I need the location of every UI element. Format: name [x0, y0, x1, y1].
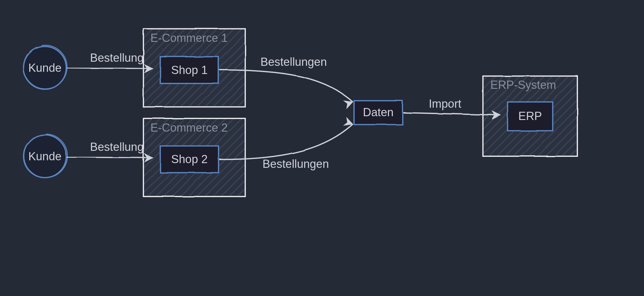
edge-bestellung-1-label: Bestellung: [90, 51, 144, 64]
edge-kunde2-shop2: [67, 154, 153, 162]
diagram-canvas: Kunde Kunde E-Commerce 1 Shop 1 E-Commer…: [0, 0, 644, 296]
edge-bestellungen-1-label: Bestellungen: [260, 55, 327, 68]
erp-system-title: ERP-System: [490, 78, 556, 91]
kunde-1-label: Kunde: [28, 61, 62, 74]
ecommerce-1-title: E-Commerce 1: [150, 31, 228, 44]
edge-import-label: Import: [429, 97, 461, 110]
daten-label: Daten: [363, 106, 394, 119]
kunde-2-label: Kunde: [28, 150, 62, 163]
shop-1-label: Shop 1: [171, 64, 208, 77]
ecommerce-2-title: E-Commerce 2: [150, 121, 228, 134]
erp-label: ERP: [518, 110, 542, 122]
edge-bestellung-2-label: Bestellung: [90, 140, 144, 153]
edge-kunde1-shop1: [67, 65, 153, 73]
edge-bestellungen-2-label: Bestellungen: [263, 157, 329, 170]
shop-2-label: Shop 2: [171, 153, 208, 166]
